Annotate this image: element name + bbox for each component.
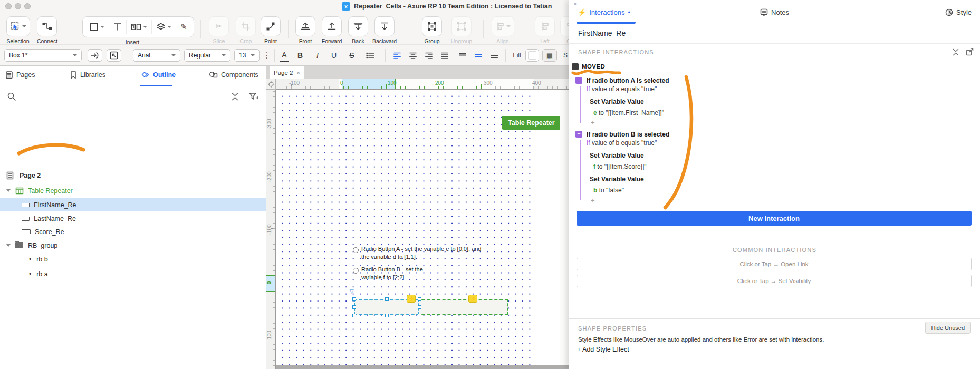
window-minimize-button[interactable] — [15, 3, 21, 9]
canvas-vertical-scrollbar[interactable] — [560, 90, 569, 365]
click-set-visibility-button[interactable]: Click or Tap → Set Visibility — [577, 275, 972, 287]
insert-pen-button[interactable]: ✎ — [176, 20, 191, 34]
caret-down-icon[interactable] — [6, 189, 11, 192]
update-style-button[interactable] — [88, 49, 102, 62]
add-style-effect-button[interactable]: + Add Style Effect — [577, 346, 629, 353]
canvas-body[interactable]: Table Repeater Radio Button A - set the … — [276, 90, 569, 369]
tab-libraries[interactable]: Libraries — [70, 71, 105, 79]
tab-notes[interactable]: Notes — [569, 8, 980, 16]
add-action-button[interactable]: + — [591, 119, 595, 127]
ruler-tick-label: -300 — [266, 115, 272, 134]
tree-item-lastname-re[interactable]: LastName_Re — [0, 212, 266, 225]
filter-icon[interactable] — [249, 92, 258, 101]
tree-item-table-repeater[interactable]: Table Repeater — [0, 184, 266, 197]
fill-color-swatch[interactable] — [525, 49, 539, 62]
hide-unused-button[interactable]: Hide Unused — [925, 322, 971, 334]
resize-handle[interactable] — [418, 314, 421, 317]
valign-top-button[interactable] — [457, 49, 468, 62]
font-family-select[interactable]: Arial — [133, 49, 180, 62]
widget-name-field[interactable]: FirstName_Re — [578, 29, 626, 37]
text-justify-button[interactable] — [439, 49, 450, 62]
caret-down-icon[interactable] — [6, 244, 11, 247]
font-weight-select[interactable]: Regular — [184, 49, 230, 62]
table-repeater-widget-label[interactable]: Table Repeater — [502, 116, 569, 130]
radio-button-b[interactable] — [353, 268, 359, 274]
action-name[interactable]: Set Variable Value — [590, 98, 644, 105]
bring-forward-button[interactable]: Forward — [321, 16, 343, 44]
canvas-tab-page-2[interactable]: Page 2 × — [270, 66, 304, 79]
fill-image-button[interactable]: ▦ — [542, 49, 557, 62]
valign-middle-button[interactable] — [473, 49, 484, 62]
point-tool-button[interactable]: Point — [261, 16, 281, 44]
resize-handle[interactable] — [418, 305, 421, 309]
group-button[interactable]: Group — [422, 16, 442, 44]
case-b-title[interactable]: If radio button B is selected — [587, 131, 669, 138]
insert-shape-button[interactable] — [85, 20, 109, 34]
tree-item-rb-group[interactable]: RB_group — [0, 239, 266, 252]
click-open-link-button[interactable]: Click or Tap → Open Link — [577, 258, 972, 270]
action-name[interactable]: Set Variable Value — [590, 176, 644, 183]
radio-button-a[interactable] — [353, 247, 359, 253]
tab-style[interactable]: Style — [945, 8, 972, 16]
tab-pages[interactable]: Pages — [5, 71, 35, 79]
tab-components[interactable]: Components — [209, 71, 258, 79]
bold-button[interactable]: B — [295, 49, 305, 62]
collapse-event-icon[interactable]: − — [572, 63, 579, 70]
tree-item-firstname-re[interactable]: FirstName_Re — [0, 198, 266, 211]
collapse-section-icon[interactable] — [952, 48, 959, 56]
window-close-button[interactable] — [5, 3, 12, 9]
valign-bottom-button[interactable] — [488, 49, 500, 62]
radio-a-text[interactable]: Radio Button A - set the variable e to [… — [361, 245, 481, 261]
interaction-bolt-badge[interactable]: ⚡ — [468, 295, 477, 303]
resize-handle[interactable] — [352, 297, 356, 301]
insert-text-button[interactable] — [109, 20, 126, 34]
resize-handle[interactable] — [385, 314, 389, 317]
text-align-left-button[interactable] — [391, 49, 403, 62]
resize-handle[interactable] — [352, 305, 356, 309]
resize-handle[interactable] — [385, 297, 389, 301]
open-in-window-icon[interactable] — [966, 48, 974, 56]
selection-tool-button[interactable]: Selection — [4, 16, 32, 44]
tree-item-rb-a[interactable]: • rb a — [0, 267, 266, 280]
close-tab-icon[interactable]: × — [297, 70, 300, 76]
collapse-case-icon[interactable]: − — [575, 131, 582, 138]
collapse-all-icon[interactable] — [231, 92, 239, 101]
action-name[interactable]: Set Variable Value — [590, 152, 644, 159]
window-zoom-button[interactable] — [24, 3, 31, 9]
panel-close-icon[interactable]: × — [573, 1, 577, 7]
text-align-right-button[interactable] — [423, 49, 435, 62]
italic-button[interactable]: I — [313, 49, 322, 62]
new-interaction-button[interactable]: New Interaction — [577, 211, 972, 226]
canvas-horizontal-scrollbar[interactable] — [276, 365, 569, 369]
rectangle-icon — [89, 22, 99, 32]
ruler-tick-label: 0 — [340, 80, 343, 86]
collapse-case-icon[interactable]: − — [575, 77, 582, 84]
apply-style-icon — [90, 51, 100, 60]
add-action-button[interactable]: + — [591, 197, 595, 205]
tree-item-rb-b[interactable]: • rb b — [0, 253, 266, 266]
strikethrough-button[interactable]: S — [347, 49, 357, 62]
connect-tool-button[interactable]: Connect — [37, 16, 57, 44]
font-size-select[interactable]: 13 — [234, 49, 260, 62]
tab-outline[interactable]: Outline — [141, 71, 176, 79]
resize-handle[interactable] — [418, 297, 421, 301]
send-backward-button[interactable]: Backward — [372, 16, 397, 44]
resize-handle[interactable] — [352, 314, 356, 317]
case-a-title[interactable]: If radio button A is selected — [587, 77, 669, 84]
radio-b-text[interactable]: Radio Button B - set the variable f to [… — [361, 266, 423, 281]
more-options-kebab[interactable]: ⋮ — [263, 49, 271, 62]
text-align-center-button[interactable] — [407, 49, 419, 62]
tree-item-page-2[interactable]: Page 2 — [0, 169, 266, 182]
bullet-list-button[interactable] — [365, 49, 376, 62]
bring-to-front-button[interactable]: Front — [295, 16, 315, 44]
tree-item-score-re[interactable]: Score_Re — [0, 225, 266, 238]
font-color-button[interactable]: A — [280, 49, 289, 62]
widget-style-select[interactable]: Box 1* — [4, 49, 82, 62]
send-to-back-button[interactable]: Back — [348, 16, 368, 44]
edit-style-button[interactable] — [107, 49, 121, 62]
underline-button[interactable]: U — [329, 49, 339, 62]
search-icon[interactable] — [7, 92, 16, 101]
insert-placeholder-button[interactable] — [126, 20, 151, 34]
insert-layers-button[interactable] — [151, 20, 176, 34]
interaction-bolt-badge[interactable]: ⚡ — [407, 295, 416, 303]
